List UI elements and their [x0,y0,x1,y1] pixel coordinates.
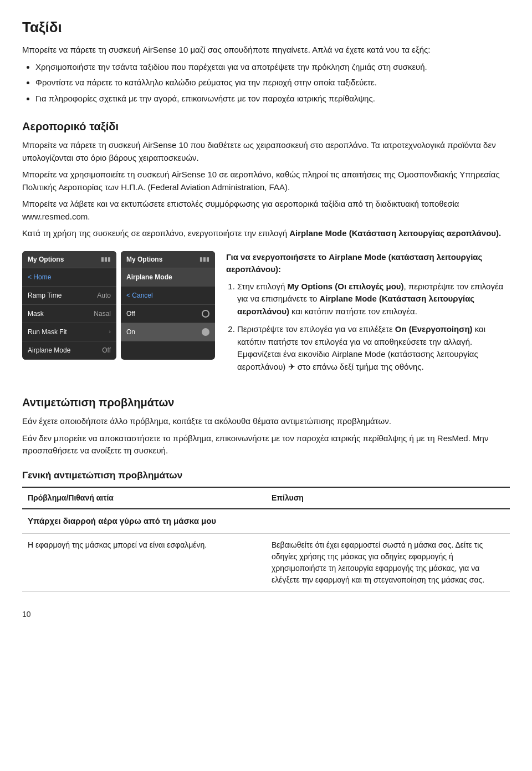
screen2-airplanemode-label: Airplane Mode [126,272,172,282]
col1-header: Πρόβλημα/Πιθανή αιτία [22,487,266,509]
bullet-item-1: Χρησιμοποιήστε την τσάντα ταξιδίου που π… [35,61,510,74]
troubleshoot-section: Αντιμετώπιση προβλημάτων Εάν έχετε οποιο… [22,394,510,457]
bullet-item-2: Φροντίστε να πάρετε το κατάλληλο καλώδιο… [35,76,510,89]
troubleshoot-para1: Εάν έχετε οποιοδήποτε άλλο πρόβλημα, κοι… [22,415,510,428]
screen2-on-radio [202,328,209,336]
screen1-airplane-label: Airplane Mode [28,345,70,355]
step1-end: και κατόπιν πατήστε τον επιλογέα. [289,307,417,316]
screen2-signal: ▮▮▮ [200,255,209,263]
instructions-text: Για να ενεργοποιήσετε το Airplane Mode (… [226,251,510,379]
screen1-item-airplane: Airplane Mode Off [22,341,116,360]
screen1-airplane-val: Off [102,345,111,355]
screen1-item-home: < Home [22,268,116,287]
device-screen-1: My Options ▮▮▮ < Home Ramp Time Auto Mas… [22,251,116,360]
airplane-demo-section: My Options ▮▮▮ < Home Ramp Time Auto Mas… [22,251,510,379]
row1-cause: Η εφαρμογή της μάσκας μπορεί να είναι εσ… [22,533,266,591]
screen1-item-ramptime: Ramp Time Auto [22,287,116,305]
screen2-title: My Options ▮▮▮ [121,251,215,268]
screen1-item-mask: Mask Nasal [22,305,116,323]
troubleshoot-para2: Εάν δεν μπορείτε να αποκαταστήσετε το πρ… [22,432,510,457]
airplane-para2: Μπορείτε να χρησιμοποιείτε τη συσκευή Ai… [22,169,510,193]
screen2-on-label: On [126,327,135,337]
col2-header: Επίλυση [266,487,510,509]
table-row-1: Η εφαρμογή της μάσκας μπορεί να είναι εσ… [22,533,510,591]
airplane-para3: Μπορείτε να λάβετε και να εκτυπώσετε επι… [22,198,510,223]
page-heading: Ταξίδι [22,17,510,38]
screen2-off-label: Off [126,309,135,319]
screen1-ramptime-val: Auto [97,290,111,300]
device-screens: My Options ▮▮▮ < Home Ramp Time Auto Mas… [22,251,215,360]
step-2: Περιστρέψτε τον επιλογέα για να επιλέξετ… [237,323,510,373]
step1-start: Στην επιλογή [237,282,287,291]
screen2-item-off: Off [121,305,215,323]
screen2-item-on: On [121,323,215,341]
screen2-item-cancel: < Cancel [121,287,215,305]
steps-list: Στην επιλογή My Options (Οι επιλογές μου… [237,280,510,374]
screen1-title-text: My Options [28,254,64,264]
screen1-mask-val: Nasal [94,309,111,319]
device-screen-2: My Options ▮▮▮ Airplane Mode < Cancel Of… [121,251,215,360]
airplane-para4: Κατά τη χρήση της συσκευής σε αεροπλάνο,… [22,227,510,240]
airplane-para1: Μπορείτε να πάρετε τη συσκευή AirSense 1… [22,139,510,164]
instructions-heading: Για να ενεργοποιήσετε το Airplane Mode (… [226,251,510,276]
step2-start: Περιστρέψτε τον επιλογέα για να επιλέξετ… [237,324,395,334]
screen1-runmask-label: Run Mask Fit [28,327,67,337]
general-heading: Γενική αντιμετώπιση προβλημάτων [22,468,510,483]
screen2-title-text: My Options [126,254,162,264]
screen2-off-radio [202,310,209,318]
step2-bold1: On (Ενεργοποίηση) [395,324,473,334]
general-section: Γενική αντιμετώπιση προβλημάτων Πρόβλημα… [22,468,510,592]
screen1-mask-label: Mask [28,309,44,319]
troubleshoot-heading: Αντιμετώπιση προβλημάτων [22,394,510,411]
row1-solution: Βεβαιωθείτε ότι έχει εφαρμοστεί σωστά η … [266,533,510,591]
screen1-runmask-arrow: › [109,327,111,336]
airplane-heading: Αεροπορικό ταξίδι [22,118,510,135]
intro-text: Μπορείτε να πάρετε τη συσκευή AirSense 1… [22,44,510,57]
airplane-para4-bold: Airplane Mode (Κατάσταση λειτουργίας αερ… [289,228,501,238]
screen1-ramptime-label: Ramp Time [28,290,62,300]
table-row-header: Υπάρχει διαρροή αέρα γύρω από τη μάσκα μ… [22,509,510,533]
bullet-list: Χρησιμοποιήστε την τσάντα ταξιδίου που π… [35,61,510,105]
screen1-item-runmask: Run Mask Fit › [22,323,116,341]
airplane-paras: Μπορείτε να πάρετε τη συσκευή AirSense 1… [22,139,510,240]
screen2-item-airplanemode: Airplane Mode [121,268,215,287]
table-header-row: Πρόβλημα/Πιθανή αιτία Επίλυση [22,487,510,509]
page-number: 10 [22,609,510,620]
bullet-item-3: Για πληροφορίες σχετικά με την αγορά, επ… [35,93,510,105]
step1-bold1: My Options (Οι επιλογές μου) [287,282,403,291]
screen1-home-label: < Home [28,272,51,282]
step-1: Στην επιλογή My Options (Οι επιλογές μου… [237,280,510,318]
general-table: Πρόβλημα/Πιθανή αιτία Επίλυση Υπάρχει δι… [22,487,510,592]
screen1-signal: ▮▮▮ [101,255,111,263]
row1-header: Υπάρχει διαρροή αέρα γύρω από τη μάσκα μ… [22,509,510,533]
screen2-cancel-label: < Cancel [126,290,153,300]
intro-section: Μπορείτε να πάρετε τη συσκευή AirSense 1… [22,44,510,105]
screen1-title: My Options ▮▮▮ [22,251,116,268]
airplane-para4-start: Κατά τη χρήση της συσκευής σε αεροπλάνο,… [22,228,289,238]
